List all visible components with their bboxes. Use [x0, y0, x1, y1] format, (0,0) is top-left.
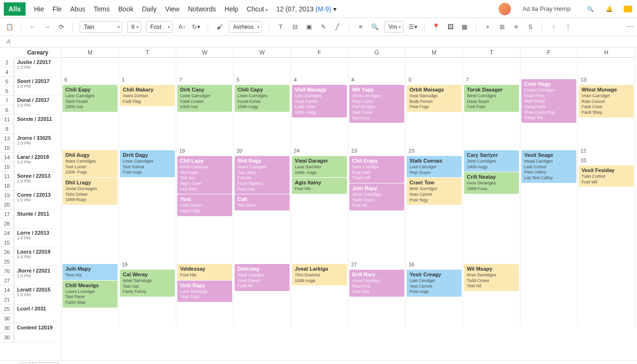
- search-icon[interactable]: 🔍: [585, 4, 595, 14]
- event-card[interactable]: Orth RapyLuce SorolegsYear Fops: [177, 281, 232, 302]
- row-header[interactable]: 5: [0, 86, 14, 96]
- row-header[interactable]: 30: [0, 333, 14, 342]
- overflow-icon[interactable]: ⋯: [627, 23, 634, 30]
- row-header[interactable]: 28: [0, 219, 14, 228]
- event-card[interactable]: Jotn RapyJnrsc CwrolfigsTasft FevertFoot…: [349, 183, 404, 210]
- row-header[interactable]: 27: [0, 276, 14, 285]
- forward-icon[interactable]: →: [42, 22, 52, 32]
- menu-notwords[interactable]: Notwords: [188, 5, 216, 13]
- row-header[interactable]: 5: [0, 77, 14, 86]
- row-header[interactable]: 11: [0, 172, 14, 181]
- row-header[interactable]: 4: [0, 67, 14, 77]
- event-card[interactable]: Dirk CasyLawe CarnolgerFastt Croeet1009 …: [177, 85, 232, 112]
- align-select[interactable]: Avrhess: [229, 21, 262, 33]
- menu-view[interactable]: View: [165, 5, 180, 13]
- event-card[interactable]: Chili CapyLnwe CorrolgesFovat Eonat1589-…: [235, 85, 290, 112]
- column-header[interactable]: F: [291, 47, 348, 58]
- event-card[interactable]: Shil RagyJwset ConrigesTaa. JanyFassietF…: [235, 156, 290, 194]
- row-header[interactable]: 20: [0, 200, 14, 209]
- font-size-select[interactable]: 9: [127, 21, 141, 33]
- column-header[interactable]: T: [463, 47, 520, 58]
- font-family-select[interactable]: Tain: [80, 21, 122, 33]
- row-header[interactable]: 8: [0, 124, 14, 134]
- menu-fle[interactable]: Fle: [53, 5, 62, 13]
- row-header[interactable]: 30: [0, 314, 14, 323]
- row-header[interactable]: 30: [0, 323, 14, 333]
- event-card[interactable]: Orbit MaisagsAeat SarcodgsBody FensrtPea…: [407, 85, 462, 112]
- more-icon[interactable]: ⋮: [563, 22, 573, 32]
- table-icon[interactable]: ▦: [460, 22, 469, 32]
- row-header[interactable]: 6: [0, 105, 14, 115]
- zoom-icon[interactable]: 🔍: [370, 22, 380, 32]
- text-icon[interactable]: T: [276, 22, 285, 32]
- up-icon[interactable]: ↑: [549, 22, 558, 32]
- row-header[interactable]: 11: [0, 115, 14, 124]
- event-card[interactable]: Torsk DasagerWest CorrolgesDasa SoyetFas…: [464, 85, 519, 112]
- row-header[interactable]: 15: [0, 143, 14, 153]
- plus-icon[interactable]: +: [483, 22, 492, 32]
- event-card[interactable]: Drrit DagyLnwe CacrolgesTast SotnotFost …: [120, 150, 175, 177]
- event-card[interactable]: Vieal DaragerLuue Sarcleer1989- Aoge: [292, 156, 347, 177]
- line-icon[interactable]: ╱: [333, 22, 342, 32]
- grid-icon[interactable]: ⊞: [497, 22, 507, 32]
- column-header[interactable]: G: [348, 47, 406, 58]
- event-card[interactable]: Wit YapyJnnst LnrollgesReyt LutrerFad Dr…: [349, 85, 404, 123]
- event-card[interactable]: Slatk CoenasLout CarrolgerPeyr Doyer: [407, 156, 462, 177]
- row-header[interactable]: 14: [0, 153, 14, 162]
- pin-icon[interactable]: 📍: [431, 22, 441, 32]
- app-logo[interactable]: Alls: [4, 2, 26, 16]
- box-icon[interactable]: ▣: [304, 22, 314, 32]
- event-card[interactable]: Chil LapyNvne CaerloasTad RaseTod JeyTag…: [177, 156, 232, 194]
- event-card[interactable]: Vesit SeageMsad CarolgesLast CortretPast…: [521, 150, 576, 183]
- decrease-icon[interactable]: ↻▾: [191, 22, 201, 32]
- column-header[interactable]: F: [520, 47, 578, 58]
- event-card[interactable]: Dhil AugyItises CarmilgesToet Locarr1009…: [63, 150, 118, 177]
- menu-tems[interactable]: Tems: [94, 5, 109, 13]
- column-header[interactable]: M: [62, 47, 119, 58]
- event-card[interactable]: Drili RaryAnos CanofigsRust Fo'dFast Vle…: [349, 270, 404, 297]
- event-card[interactable]: Dhil LragyJnvse DorosigesTobs Orteet1989…: [63, 178, 118, 205]
- event-card[interactable]: Chill MeavigsLoves LuciolgerTast ParerFa…: [63, 281, 118, 308]
- event-card[interactable]: Yesir CreagyLast CerolgerYest CerrertPos…: [407, 270, 462, 297]
- folder-icon[interactable]: [623, 4, 633, 14]
- font-name-select[interactable]: Fost: [146, 21, 173, 33]
- column-header[interactable]: W: [176, 47, 234, 58]
- event-card[interactable]: Cal WerayWast SarrslogsTast AqsFaely Fol…: [120, 270, 175, 297]
- menu-book[interactable]: Book: [118, 5, 134, 13]
- row-header[interactable]: 21: [0, 295, 14, 304]
- column-header[interactable]: W: [234, 47, 291, 58]
- notification-icon[interactable]: 🔔: [604, 4, 614, 14]
- menu-daily[interactable]: Daily: [142, 5, 156, 13]
- row-header[interactable]: 13: [0, 134, 14, 143]
- menu-hie[interactable]: Hie: [34, 5, 44, 13]
- event-card[interactable]: Jveat LarkigaThrs Dostons1089 Aoga: [292, 264, 347, 285]
- refresh-icon[interactable]: ⟳: [56, 22, 66, 32]
- row-header[interactable]: 2: [0, 58, 14, 67]
- row-header[interactable]: 24: [0, 228, 14, 238]
- back-icon[interactable]: ←: [28, 22, 37, 32]
- event-card[interactable]: Crhir HagyCnast CorrolgesFaad RnarWalt B…: [521, 79, 576, 123]
- event-card[interactable]: CaltTett Tacer: [235, 194, 290, 210]
- menu-icon[interactable]: ≡: [511, 22, 521, 32]
- event-card[interactable]: Wil MsapyNrse SarreligesTodd CrreerYest …: [464, 264, 519, 291]
- event-card[interactable]: Craet TowWntr SorrnlgorNras CpmnrPost Te…: [407, 178, 462, 205]
- event-card[interactable]: Juih MapyTeve Ma: [63, 264, 118, 280]
- column-header[interactable]: T: [119, 47, 176, 58]
- row-header[interactable]: 17: [0, 209, 14, 219]
- event-card[interactable]: DelerdayWletl CarrigesVoett EanesFaslt N…: [235, 264, 290, 291]
- row-header[interactable]: 15: [0, 162, 14, 172]
- paint-icon[interactable]: 🖌: [215, 22, 224, 32]
- user-avatar[interactable]: [499, 3, 511, 15]
- event-card[interactable]: Chili EapyLane CarrolgesTaint Feoett1809…: [63, 85, 118, 112]
- menu-abus[interactable]: Abus: [70, 5, 85, 13]
- row-header[interactable]: 15: [0, 238, 14, 247]
- menu-chcut[interactable]: Chcut: [247, 5, 268, 13]
- image-icon[interactable]: 🖼: [446, 22, 455, 32]
- select-all-corner[interactable]: [0, 47, 14, 58]
- event-card[interactable]: Crilt NeatayAvos Derariges1989-Foos: [464, 172, 519, 193]
- sheet-tab[interactable]: L-all: [32, 362, 58, 364]
- pencil-icon[interactable]: ✎: [318, 22, 328, 32]
- event-card[interactable]: Visit MasagyLare DarnigesToas PoeterLa8b…: [292, 85, 347, 118]
- list-icon[interactable]: ☰▾: [408, 22, 418, 32]
- increase-icon[interactable]: A↑: [177, 22, 187, 32]
